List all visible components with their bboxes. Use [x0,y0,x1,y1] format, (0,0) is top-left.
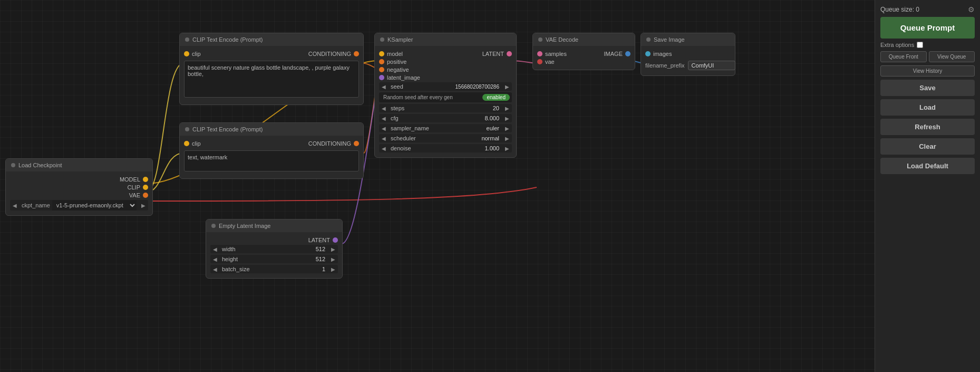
filename-prefix-input[interactable] [688,61,735,70]
vae-image-out-label: IMAGE [604,51,623,57]
steps-arrow-left[interactable]: ◀ [379,104,389,112]
ksampler-latent-out-label: LATENT [482,51,504,57]
extra-options-label: Extra options [880,42,914,48]
queue-prompt-button[interactable]: Queue Prompt [880,17,975,39]
ckpt-name-select[interactable]: v1-5-pruned-emaonly.ckpt [52,200,137,211]
ksampler-positive-connector[interactable] [379,59,384,64]
gear-icon[interactable]: ⚙ [968,5,975,14]
seed-arrow-left[interactable]: ◀ [379,83,389,91]
ckpt-arrow-left[interactable]: ◀ [10,201,20,210]
ksampler-model-port: model [379,51,403,57]
model-connector[interactable] [143,177,148,182]
sampler-arrow-right[interactable]: ▶ [502,125,512,132]
ksampler-negative-connector[interactable] [379,67,384,72]
sampler-name-label: sampler_name [389,124,483,132]
vae-connector[interactable] [143,193,148,198]
batch-arrow-left[interactable]: ◀ [210,265,220,273]
queue-size-row: Queue size: 0 ⚙ [880,5,975,14]
clip-label: CLIP [128,184,140,190]
height-arrow-left[interactable]: ◀ [210,255,220,263]
queue-front-button[interactable]: Queue Front [880,51,927,62]
batch-size-param-row: ◀ batch_size 1 ▶ [210,265,338,273]
cfg-param-row: ◀ cfg 8.000 ▶ [379,114,512,122]
clip-text-1-textarea[interactable]: beautiful scenery nature glass bottle la… [184,61,359,98]
height-param-row: ◀ height 512 ▶ [210,255,338,263]
clip-input-1-row: clip CONDITIONING [184,51,359,57]
node-status-dot-1 [185,37,189,42]
empty-latent-header: Empty Latent Image [206,220,342,232]
ksampler-latent-in-row: latent_image [379,74,512,81]
conditioning-connector-1[interactable] [354,51,359,56]
ksampler-body: model LATENT positive negative latent_im… [375,46,516,157]
save-button[interactable]: Save [880,80,975,96]
clip-in-connector-2[interactable] [184,141,189,146]
width-label: width [220,245,313,253]
view-history-button[interactable]: View History [880,65,975,77]
height-arrow-right[interactable]: ▶ [328,255,338,263]
latent-connector[interactable] [333,237,338,243]
vae-vae-row: vae [537,59,630,65]
vae-vae-connector[interactable] [537,59,542,64]
ksampler-latent-in-connector[interactable] [379,75,384,80]
sampler-name-value: euler [483,124,502,132]
save-images-connector[interactable] [645,51,651,56]
steps-arrow-right[interactable]: ▶ [502,104,512,112]
sampler-name-row: ◀ sampler_name euler ▶ [379,124,512,132]
clip-text-2-textarea[interactable]: text, watermark [184,150,359,171]
cfg-arrow-left[interactable]: ◀ [379,115,389,122]
ksampler-title: KSampler [387,36,413,43]
width-arrow-left[interactable]: ◀ [210,245,220,253]
load-button[interactable]: Load [880,99,975,116]
model-output-port: MODEL [120,176,148,183]
clip-text-encode-2-header: CLIP Text Encode (Prompt) [180,123,363,136]
seed-param-row: ◀ seed 156680208700286 ▶ [379,82,512,91]
sampler-arrow-left[interactable]: ◀ [379,125,389,132]
vae-label: VAE [129,192,140,198]
clip-text-encode-2-body: clip CONDITIONING text, watermark [180,136,363,178]
denoise-arrow-right[interactable]: ▶ [502,145,512,152]
empty-latent-title: Empty Latent Image [219,223,270,229]
save-image-body: images filename_prefix [641,46,735,75]
view-queue-button[interactable]: View Queue [929,51,975,62]
conditioning-out-1-port: CONDITIONING [308,51,359,57]
vae-image-connector[interactable] [625,51,630,56]
ksampler-model-connector[interactable] [379,51,384,56]
steps-param-row: ◀ steps 20 ▶ [379,104,512,112]
ksampler-latent-connector[interactable] [507,51,512,56]
clear-button[interactable]: Clear [880,138,975,155]
ckpt-arrow-right[interactable]: ▶ [139,201,148,210]
cfg-value: 8.000 [481,114,502,122]
filename-prefix-label: filename_prefix [645,62,685,69]
denoise-arrow-left[interactable]: ◀ [379,145,389,152]
clip-in-connector-1[interactable] [184,51,189,56]
ksampler-positive-label: positive [387,59,406,65]
scheduler-arrow-right[interactable]: ▶ [502,135,512,142]
save-image-header: Save Image [641,33,735,46]
conditioning-connector-2[interactable] [354,141,359,146]
clip-in-label-1: clip [192,51,201,57]
node-status-dot-3 [211,224,216,228]
vae-samples-connector[interactable] [537,51,542,56]
random-seed-toggle[interactable]: enabled [482,94,510,101]
load-default-button[interactable]: Load Default [880,158,975,174]
clip-text-encode-1-body: clip CONDITIONING beautiful scenery natu… [180,46,363,104]
node-status-dot-2 [185,127,189,131]
node-status-dot-4 [380,37,384,42]
batch-arrow-right[interactable]: ▶ [328,265,338,273]
cfg-arrow-right[interactable]: ▶ [502,115,512,122]
refresh-button[interactable]: Refresh [880,119,975,135]
seed-arrow-right[interactable]: ▶ [502,83,512,91]
width-arrow-right[interactable]: ▶ [328,245,338,253]
scheduler-arrow-left[interactable]: ◀ [379,135,389,142]
cfg-label: cfg [389,114,481,122]
ksampler-model-label: model [387,51,403,57]
extra-options-checkbox[interactable] [917,42,923,48]
vae-decode-body: samples IMAGE vae [533,46,635,70]
vae-decode-node: VAE Decode samples IMAGE vae [532,33,635,70]
ksampler-header: KSampler [375,33,516,46]
clip-connector[interactable] [143,185,148,190]
vae-output-port: VAE [129,192,148,198]
save-images-label: images [653,51,672,57]
width-value: 512 [313,245,328,253]
save-image-title: Save Image [654,36,685,43]
